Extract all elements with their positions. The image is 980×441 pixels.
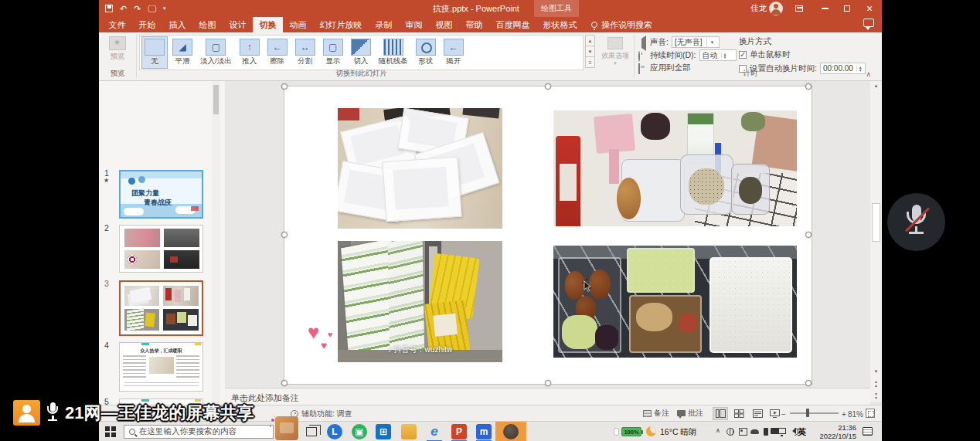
selection-handle[interactable] [281, 232, 288, 238]
transition-star-icon[interactable]: ★ [104, 177, 109, 184]
search-highlight-icon[interactable] [275, 416, 298, 440]
reading-view-button[interactable] [750, 407, 765, 420]
sound-dropdown[interactable]: [无声音]▼ [672, 36, 720, 48]
tell-me-search[interactable]: 操作说明搜索 [591, 17, 652, 32]
input-method-indicator[interactable]: 英 [798, 426, 806, 438]
transition-morph[interactable]: ◢平滑 [169, 36, 196, 69]
slideshow-view-button[interactable] [767, 407, 782, 420]
start-slideshow-icon[interactable]: 🖵 [148, 2, 156, 15]
tab-视图[interactable]: 视图 [429, 17, 459, 32]
fit-slide-to-window-icon[interactable] [866, 409, 875, 418]
zoom-slider-track[interactable] [790, 412, 839, 414]
battery-indicator[interactable]: 100% [621, 427, 641, 436]
volume-icon[interactable] [789, 428, 796, 434]
taskbar-clock[interactable]: 21:36 2022/10/15 [819, 423, 856, 440]
taskbar-app-green[interactable]: ▣ [352, 424, 367, 439]
slide-thumbnail-3[interactable] [119, 280, 203, 336]
taskbar-search-input[interactable]: 在这里输入你要搜索的内容 [124, 425, 274, 439]
collapse-ribbon-icon[interactable]: ∧ [866, 70, 871, 78]
account-avatar[interactable] [769, 2, 783, 15]
taskbar-app-file-explorer[interactable] [401, 424, 417, 439]
photo-masks[interactable] [338, 108, 502, 229]
redo-icon[interactable]: ↷ [134, 2, 141, 15]
slide-thumbnail-2[interactable] [119, 225, 203, 273]
notes-pane[interactable]: 单击此处添加备注 [225, 388, 870, 405]
accessibility-status[interactable]: 辅助功能: 调查 [291, 409, 352, 419]
tab-录制[interactable]: 录制 [369, 17, 399, 32]
account-user-name[interactable]: 佳龙 [750, 3, 767, 14]
transition-reveal[interactable]: ▢显示 [320, 36, 346, 69]
restore-button[interactable] [837, 0, 857, 17]
drawing-tools-context-tab[interactable]: 绘图工具 [534, 0, 579, 17]
comments-icon[interactable] [863, 19, 874, 27]
display-icon[interactable] [778, 428, 786, 434]
scrollbar-thumb[interactable] [872, 203, 880, 242]
taskbar-app-store[interactable]: ⊞ [376, 424, 391, 439]
selection-handle[interactable] [545, 83, 551, 90]
selection-handle[interactable] [281, 380, 288, 386]
transition-cover[interactable]: 切入 [348, 36, 374, 69]
action-center-icon[interactable] [863, 427, 873, 436]
tab-绘图[interactable]: 绘图 [192, 17, 223, 32]
usb-device-icon[interactable] [764, 428, 768, 436]
ribbon-display-options-icon[interactable] [789, 0, 809, 17]
transition-shape[interactable]: 形状 [413, 36, 439, 69]
tab-切换[interactable]: 切换 [253, 17, 283, 32]
taskbar-app-lenovo[interactable]: L [327, 424, 342, 439]
effect-options-button[interactable]: 效果选项 ▼ [600, 35, 631, 70]
taskbar-app-internet-explorer[interactable]: e [427, 424, 442, 439]
editor-scrollbar[interactable]: ▲ ▼ ▲▲ ▼▼ [870, 81, 882, 402]
tab-设计[interactable]: 设计 [223, 17, 253, 32]
tray-expand-icon[interactable]: ∧ [716, 427, 720, 434]
slide-canvas[interactable]: ♪ 抖音号：wuzhitw ♥ ♥ ♥ [284, 87, 812, 384]
tab-审阅[interactable]: 审阅 [399, 17, 429, 32]
taskbar-app-meeting[interactable]: m [476, 424, 492, 439]
taskbar-app-active-avatar[interactable] [503, 424, 519, 439]
photo-supply-boxes[interactable]: ♪ 抖音号：wuzhitw [338, 241, 502, 362]
transition-uncover[interactable]: ←揭开 [441, 36, 467, 69]
tab-帮助[interactable]: 帮助 [459, 17, 489, 32]
zoom-out-icon[interactable]: − [781, 410, 786, 419]
selection-handle[interactable] [545, 380, 551, 386]
transition-random-bars[interactable]: 随机线条 [376, 36, 411, 69]
photo-lunch-boxes[interactable] [553, 246, 797, 358]
tab-幻灯片放映[interactable]: 幻灯片放映 [313, 17, 369, 32]
undo-icon[interactable]: ↶ [120, 2, 127, 15]
gallery-down-icon[interactable]: ▼ [585, 46, 595, 57]
preview-button[interactable]: 预览 [102, 35, 133, 69]
transition-split[interactable]: ↔分割 [292, 36, 318, 69]
tab-插入[interactable]: 插入 [162, 17, 192, 32]
taskbar-app-powerpoint[interactable]: P [451, 424, 467, 439]
tab-动画[interactable]: 动画 [283, 17, 313, 32]
comments-toggle-button[interactable]: 批注 [677, 408, 703, 419]
close-button[interactable]: × [859, 0, 880, 17]
scroll-down-icon[interactable]: ▼ [870, 367, 882, 377]
duration-spinner[interactable]: 自动▲▼ [699, 49, 737, 61]
snip-tool-icon[interactable] [739, 428, 747, 436]
transition-wipe[interactable]: ←擦除 [264, 36, 291, 69]
slide-sorter-view-button[interactable] [731, 407, 747, 420]
transition-fade[interactable]: ▢淡入/淡出 [197, 36, 235, 69]
selection-handle[interactable] [805, 83, 812, 90]
qat-customize-icon[interactable]: ▾ [163, 2, 166, 15]
tab-百度网盘[interactable]: 百度网盘 [489, 17, 536, 32]
network-globe-icon[interactable] [726, 428, 734, 436]
minimize-button[interactable] [815, 0, 835, 17]
previous-slide-icon[interactable]: ▲▲ [870, 378, 882, 389]
task-view-icon[interactable] [306, 427, 317, 436]
tab-文件[interactable]: 文件 [102, 17, 132, 32]
transition-none-transition[interactable]: 无 [141, 36, 168, 69]
start-button[interactable] [105, 426, 116, 437]
cloud-sync-icon[interactable] [750, 429, 759, 434]
slide-thumbnail-1[interactable]: 团聚力量青春战疫 [119, 170, 203, 219]
zoom-level[interactable]: 81% [848, 410, 863, 419]
scroll-up-icon[interactable]: ▲ [870, 81, 882, 91]
selection-handle[interactable] [805, 232, 812, 238]
on-mouse-click-checkbox[interactable] [739, 51, 747, 59]
normal-view-button[interactable] [713, 407, 728, 420]
tab-形状格式[interactable]: 形状格式 [536, 17, 584, 32]
tab-开始[interactable]: 开始 [132, 17, 162, 32]
transition-push[interactable]: ↑推入 [236, 36, 263, 69]
microphone-muted-button[interactable] [887, 193, 945, 251]
photo-supplies-desk[interactable] [553, 110, 797, 226]
